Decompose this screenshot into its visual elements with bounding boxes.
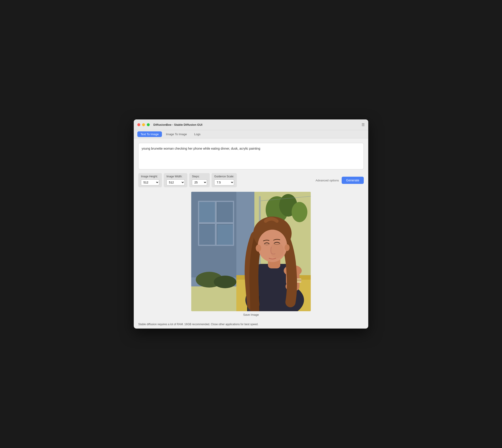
guidance-scale-label: Guidence Scale: — [214, 175, 234, 178]
svg-point-12 — [214, 276, 236, 288]
prompt-area — [138, 143, 364, 169]
svg-rect-5 — [199, 202, 215, 222]
steps-group: Steps: 10 20 25 30 50 — [189, 173, 210, 187]
svg-rect-7 — [199, 224, 215, 245]
close-button[interactable] — [137, 123, 140, 126]
prompt-input[interactable] — [142, 146, 360, 165]
image-height-select[interactable]: 256 512 768 1024 — [141, 179, 159, 185]
guidance-scale-select[interactable]: 1 3 5 7.5 10 15 — [214, 179, 234, 185]
image-container: Save Image — [138, 192, 364, 316]
main-content: Image Height: 256 512 768 1024 Image Wid… — [134, 138, 368, 321]
minimize-button[interactable] — [142, 123, 145, 126]
app-window: DiffusionBee - Stable Diffusion GUI ☰ Te… — [134, 119, 368, 329]
advanced-options-link[interactable]: Advanced options — [316, 179, 339, 182]
generate-button[interactable]: Generate — [342, 177, 364, 184]
tab-text-to-image[interactable]: Text To Image — [137, 131, 162, 137]
steps-select[interactable]: 10 20 25 30 50 — [192, 179, 207, 185]
tab-logs[interactable]: Logs — [191, 131, 204, 138]
svg-point-36 — [284, 244, 290, 251]
generated-image — [191, 192, 311, 311]
status-message: Stable diffusion requires a lot of RAM. … — [138, 323, 258, 326]
image-width-group: Image Width: 256 512 768 1024 — [164, 173, 187, 187]
maximize-button[interactable] — [147, 123, 150, 126]
status-bar: Stable diffusion requires a lot of RAM. … — [134, 321, 368, 329]
svg-rect-10 — [199, 222, 233, 224]
guidance-scale-group: Guidence Scale: 1 3 5 7.5 10 15 — [212, 173, 237, 187]
image-width-select[interactable]: 256 512 768 1024 — [167, 179, 185, 185]
controls-right: Advanced options Generate — [316, 173, 364, 184]
image-height-group: Image Height: 256 512 768 1024 — [138, 173, 162, 187]
svg-rect-8 — [217, 224, 233, 245]
image-width-label: Image Width: — [167, 175, 185, 178]
menu-icon[interactable]: ☰ — [362, 123, 365, 127]
window-title: DiffusionBee - Stable Diffusion GUI — [153, 123, 202, 127]
svg-point-34 — [270, 242, 284, 258]
svg-rect-6 — [217, 202, 233, 222]
svg-point-15 — [292, 202, 307, 222]
steps-label: Steps: — [192, 175, 207, 178]
title-bar: DiffusionBee - Stable Diffusion GUI ☰ — [134, 119, 368, 130]
controls-row: Image Height: 256 512 768 1024 Image Wid… — [138, 173, 364, 187]
painting-svg — [191, 192, 311, 311]
tab-image-to-image[interactable]: Image To Image — [163, 131, 190, 138]
save-image-link[interactable]: Save Image — [243, 313, 259, 316]
tab-bar: Text To Image Image To Image Logs — [134, 130, 368, 138]
traffic-lights — [137, 123, 150, 126]
svg-point-35 — [256, 244, 261, 252]
image-height-label: Image Height: — [141, 175, 159, 178]
